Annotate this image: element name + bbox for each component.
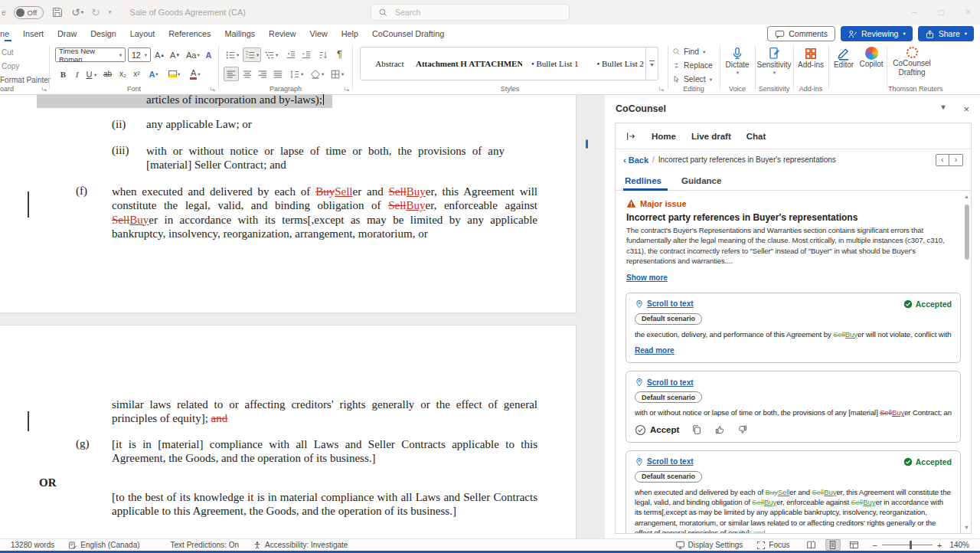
nav-chat[interactable]: Chat [746,132,766,141]
display-settings-button[interactable]: Display Settings [675,540,743,550]
nav-home[interactable]: Home [652,132,676,141]
tab-mailings[interactable]: Mailings [217,26,262,41]
style-abstract[interactable]: Abstract [365,59,414,68]
document-page-1[interactable]: articles of incorporation and by-laws); … [0,94,577,313]
paragraph-dialog-launcher[interactable] [344,86,350,92]
sort-button[interactable] [316,47,330,62]
clear-formatting-button[interactable]: A [202,47,215,62]
tab-view[interactable]: View [303,26,335,41]
accept-button[interactable]: Accept [635,424,679,436]
copy-button[interactable]: Copy [2,62,19,70]
show-formatting-button[interactable]: ¶ [333,47,346,61]
web-layout-button[interactable] [847,539,862,551]
styles-gallery-more-button[interactable]: ▼ [645,47,658,80]
search-input[interactable] [394,7,547,18]
superscript-button[interactable]: x² [130,67,143,81]
align-center-button[interactable] [240,67,254,81]
tab-review[interactable]: Review [262,26,302,41]
zoom-out-button[interactable]: − [873,541,877,550]
tab-draw[interactable]: Draw [51,26,83,41]
comments-button[interactable]: Comments [767,26,835,41]
scroll-up-icon[interactable]: ▲ [963,194,970,199]
redo-icon[interactable]: ↻ [91,7,100,18]
zoom-level[interactable]: 140% [949,541,969,549]
font-family-combo[interactable]: Times New Roman ▾ [55,47,126,62]
increase-indent-button[interactable] [299,47,313,62]
highlight-button[interactable]: ▾ [167,67,181,81]
text-effects-button[interactable]: A▾ [147,67,160,81]
thumbs-down-icon[interactable] [737,424,748,435]
replace-button[interactable]: Replace [672,61,713,70]
tab-redlines[interactable]: Redlines [625,176,662,190]
tab-layout[interactable]: Layout [123,26,162,41]
thumbs-up-icon[interactable] [714,424,725,435]
cocounsel-drafting-button[interactable]: CoCounsel Drafting [888,47,936,77]
read-more-link[interactable]: Read more [635,346,675,355]
subscript-button[interactable]: x₂ [116,67,129,81]
style-attachment-caps[interactable]: ATTACHMEN [469,59,522,68]
decrease-indent-button[interactable] [284,47,298,62]
style-bullet-list-1[interactable]: • Bullet List 1 [522,59,588,68]
zoom-in-button[interactable]: + [937,541,942,550]
panel-collapse-icon[interactable]: ▼ [939,103,946,115]
redline-card-2[interactable]: Scroll to text Default scenario with or … [626,371,961,442]
scroll-to-text-link[interactable]: Scroll to text [635,378,694,387]
focus-button[interactable]: Focus [756,541,789,550]
autosave-toggle[interactable]: Off [14,6,44,19]
scroll-down-icon[interactable]: ▼ [963,525,970,530]
redline-card-3[interactable]: Scroll to text Accepted Default scenario… [626,450,961,534]
copy-icon[interactable] [691,424,702,435]
read-mode-button[interactable] [804,539,819,551]
text-predictions[interactable]: Text Predictions: On [171,541,239,549]
proofing-status[interactable]: English (Canada) [68,541,139,550]
tab-home-partial[interactable]: ne [0,26,16,41]
panel-scrollbar[interactable]: ▲ ▼ [963,194,970,530]
zoom-slider[interactable] [882,541,933,549]
comment-anchor-mark[interactable] [586,139,588,149]
align-left-button[interactable] [224,67,239,81]
select-button[interactable]: Select ▾ [672,75,712,83]
share-button[interactable]: Share ▾ [918,26,974,41]
accessibility-status[interactable]: Accessibility: Investigate [253,541,348,550]
search-bar[interactable] [371,4,570,21]
panel-collapse-sidebar-icon[interactable] [626,131,636,142]
font-dialog-launcher[interactable] [210,86,216,92]
font-color-button[interactable]: A▾ [188,67,202,81]
shading-button[interactable]: ▾ [309,67,325,81]
scroll-to-text-link[interactable]: Scroll to text [635,457,694,466]
styles-dialog-launcher[interactable] [658,86,665,92]
line-spacing-button[interactable]: ▾ [288,67,305,81]
minimize-button[interactable]: – [912,7,917,18]
reviewing-button[interactable]: Reviewing ▾ [841,26,913,41]
bullets-button[interactable]: ▾ [224,47,240,62]
style-attachment-h[interactable]: Attachment H [414,59,469,68]
font-size-combo[interactable]: 12 ▾ [128,47,151,62]
dictate-button[interactable]: Dictate ▾ [721,47,753,75]
format-painter-button[interactable]: Format Painter [0,76,51,84]
undo-button[interactable]: ↺ ▾ [71,7,83,18]
italic-button[interactable]: I [70,67,83,81]
style-bullet-list-2[interactable]: • Bullet List 2 [587,59,653,68]
align-right-button[interactable] [256,67,270,81]
change-case-button[interactable]: Aa▾ [185,47,201,62]
copilot-button[interactable]: Copilot [858,47,885,69]
nav-live-draft[interactable]: Live draft [691,132,731,141]
strikethrough-button[interactable]: ab [101,67,114,81]
tab-help[interactable]: Help [335,26,365,41]
bold-button[interactable]: B [57,67,70,81]
editor-button[interactable]: Editor [830,47,858,70]
tab-references[interactable]: References [162,26,217,41]
redline-card-1[interactable]: Scroll to text Accepted Default scenario… [626,293,961,363]
close-window-button[interactable]: × [965,7,971,18]
back-button[interactable]: ‹ Back [623,155,648,165]
panel-close-icon[interactable]: × [963,103,969,115]
multilevel-list-button[interactable]: ▾ [263,47,279,62]
word-count[interactable]: 13280 words [11,541,54,549]
zoom-slider-handle[interactable] [910,541,912,549]
tab-cocounsel-drafting[interactable]: CoCounsel Drafting [365,26,451,41]
tab-insert[interactable]: Insert [16,26,51,41]
find-button[interactable]: Find ▾ [672,47,705,56]
show-more-link[interactable]: Show more [626,273,668,282]
prev-issue-button[interactable]: ‹ [936,154,949,166]
borders-button[interactable]: ▾ [328,67,345,81]
